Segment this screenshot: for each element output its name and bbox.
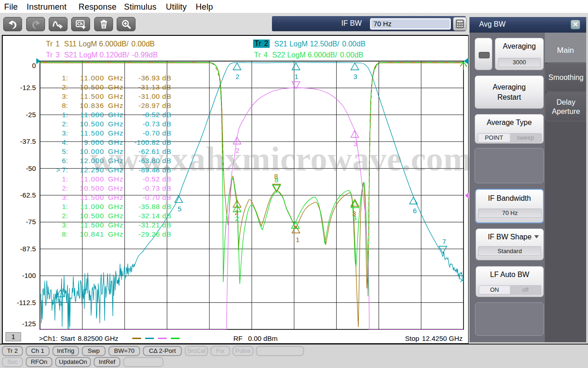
svg-text:7: 7 — [442, 238, 446, 245]
svg-text:1: 1 — [296, 236, 300, 243]
svg-text:6: 6 — [413, 207, 417, 215]
svg-text:2: 2 — [235, 215, 239, 222]
svg-text:1: 1 — [294, 73, 298, 80]
svg-text:4: 4 — [58, 300, 62, 307]
svg-text:5: 5 — [178, 205, 181, 213]
svg-text:2: 2 — [236, 73, 239, 80]
svg-text:3: 3 — [353, 214, 356, 222]
svg-text:3: 3 — [353, 73, 357, 80]
